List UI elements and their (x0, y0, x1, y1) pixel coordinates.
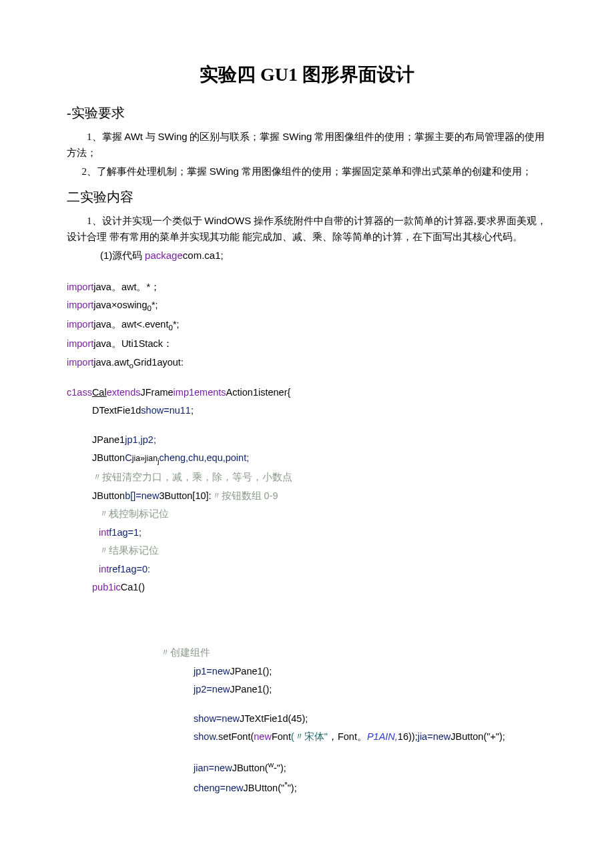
t: (1) (100, 250, 112, 261)
req-para-1: 1、掌握 AWt 与 SWing 的区别与联系；掌握 SWing 常用图像组件的… (67, 129, 547, 161)
code-line: importjava。awt。*； (67, 278, 547, 297)
code-line: JPane1jp1,jp2; (92, 431, 547, 450)
code-line: DTextFie1dshow=nu11; (92, 402, 547, 420)
content-para-1: 1、设计并实现一个类似于 WindOWS 操作系统附件中自带的计算器的一款简单的… (67, 213, 547, 245)
t: AWt (124, 131, 143, 142)
code-comment: 〃结果标记位 (99, 542, 547, 560)
code-line: pub1icCa1() (92, 578, 547, 597)
code-comment: 〃栈控制标记位 (99, 505, 547, 524)
t: SWing (282, 131, 312, 142)
title-pre: 实验四 (200, 64, 260, 85)
req-para-2: 2、了解事件处理机制；掌握 SWing 常用图像组件的使用；掌握固定菜单和弹出式… (67, 163, 547, 179)
t: WindOWS (204, 215, 251, 226)
code-line: jp1=newJPane1(); (194, 663, 547, 681)
code-line: JButtonCjia»jianjcheng,chu,equ,point; (92, 449, 547, 468)
code-line: importjava。awt<.event0*; (67, 316, 547, 335)
t: package (145, 250, 183, 261)
t: 1、掌握 (87, 131, 124, 142)
title-post: 图形界面设计 (298, 64, 414, 85)
code-line: jp2=newJPane1(); (194, 681, 547, 699)
t: 2、了解事件处理机制；掌握 (82, 166, 210, 177)
title-roman: GU1 (260, 64, 298, 85)
t: SWing (158, 131, 188, 142)
code-line: show.setFont(newFont(〃宋体"，Font。P1AIN,16)… (194, 728, 547, 747)
t: 源代码 (112, 250, 145, 261)
code-line: jian=newJButton(w-"); (194, 757, 547, 777)
section-heading-2: 二实验内容 (67, 186, 547, 207)
t: 1、设计并实现一个类似于 (87, 215, 204, 226)
content-para-2: (1)源代码 packagecom.ca1; (100, 248, 547, 264)
code-line: intref1ag=0: (99, 560, 547, 579)
t: 常用图像组件的使用；掌握固定菜单和弹出式菜单的创建和使用； (239, 166, 532, 177)
code-comment: 〃按钮清空力口，减，乘，除，等号，小数点 (92, 468, 547, 487)
code-line: importjava.awtoGrid1ayout: (67, 354, 547, 373)
code-line: JButtonb[]=new3Button[10]:〃按钮数组 0-9 (92, 487, 547, 506)
section-heading-1: -实验要求 (67, 102, 547, 123)
code-block: importjava。awt。*； importjava×oswing0*; i… (67, 270, 547, 798)
code-line: intf1ag=1; (99, 524, 547, 542)
code-line: cheng=newJBUtton("*"); (194, 777, 547, 797)
code-line: show=newJTeXtFie1d(45); (194, 710, 547, 729)
code-comment: 〃创建组件 (160, 644, 547, 663)
t: 的区别与联系；掌握 (188, 131, 283, 142)
code-line: c1assCalextendsJFrameimp1ementsAction1is… (67, 384, 547, 402)
t: 与 (143, 131, 158, 142)
t: SWing (210, 165, 239, 177)
t: com.ca1; (183, 250, 224, 261)
code-line: importjava。Uti1Stack： (67, 335, 547, 354)
page-title: 实验四 GU1 图形界面设计 (67, 60, 547, 90)
code-line: importjava×oswing0*; (67, 296, 547, 316)
